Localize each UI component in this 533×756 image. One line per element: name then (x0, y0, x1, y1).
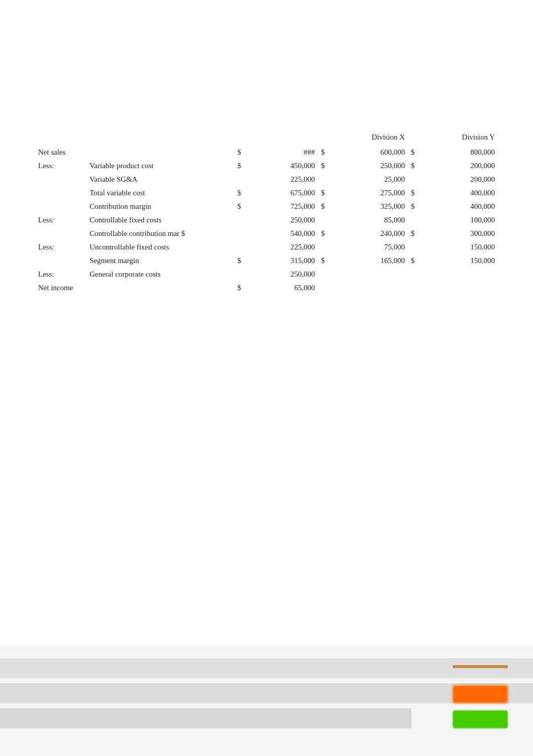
row-divy-variable-sga: 200,000 (408, 173, 498, 186)
table-row-net-income: Net income$65,000 (35, 281, 498, 295)
table-row-controllable-fixed-costs: Less:Controllable fixed costs250,00085,0… (35, 213, 498, 227)
row-divx-total-variable-cost: $275,000 (318, 186, 408, 200)
header-col-divx: Division X (318, 131, 408, 146)
row-label1-segment-margin (35, 254, 86, 268)
row-total-controllable-fixed-costs: 250,000 (234, 213, 318, 227)
row-total-general-corporate-costs: 250,000 (234, 268, 318, 281)
row-label1-total-variable-cost (35, 186, 86, 200)
page-wrapper: Division X Division Y Net sales$###$600,… (0, 0, 533, 756)
row-label1-net-income: Net income (35, 281, 86, 295)
row-divx-controllable-fixed-costs: 85,000 (318, 213, 408, 227)
row-label1-controllable-fixed-costs: Less: (35, 213, 86, 227)
row-label2-contribution-margin: Contribution margin (86, 200, 234, 213)
header-col-label2 (86, 131, 234, 146)
row-label2-total-variable-cost: Total variable cost (86, 186, 234, 200)
table-row-segment-margin: Segment margin$315,000$165,000$150,000 (35, 254, 498, 268)
row-total-segment-margin: $315,000 (234, 254, 318, 268)
row-total-contribution-margin: $725,000 (234, 200, 318, 213)
row-divy-total-variable-cost: $400,000 (408, 186, 498, 200)
row-divx-variable-sga: 25,000 (318, 173, 408, 186)
header-col-divy: Division Y (408, 131, 498, 146)
row-label1-variable-product-cost: Less: (35, 159, 86, 173)
bottom-bar-1 (0, 658, 533, 678)
row-label2-variable-product-cost: Variable product cost (86, 159, 234, 173)
row-total-total-variable-cost: $675,000 (234, 186, 318, 200)
table-row-variable-product-cost: Less:Variable product cost$450,000$250,0… (35, 159, 498, 173)
row-divx-uncontrollable-fixed-costs: 75,000 (318, 240, 408, 254)
table-row-contribution-margin: Contribution margin$725,000$325,000$400,… (35, 200, 498, 213)
row-divx-contribution-margin: $325,000 (318, 200, 408, 213)
row-divy-contribution-margin: $400,000 (408, 200, 498, 213)
row-total-net-sales: $### (234, 146, 318, 159)
row-label1-variable-sga (35, 173, 86, 186)
row-label1-uncontrollable-fixed-costs: Less: (35, 240, 86, 254)
table-body: Net sales$###$600,000$800,000Less:Variab… (35, 146, 498, 295)
bottom-button-green[interactable] (453, 710, 508, 728)
row-total-net-income: $65,000 (234, 281, 318, 295)
bottom-ui-area (0, 646, 533, 756)
row-total-variable-product-cost: $450,000 (234, 159, 318, 173)
row-divy-controllable-fixed-costs: 100,000 (408, 213, 498, 227)
row-label1-contribution-margin (35, 200, 86, 213)
table-header-row: Division X Division Y (35, 131, 498, 146)
row-label2-net-income (86, 281, 234, 295)
row-label2-uncontrollable-fixed-costs: Uncontrollable fixed costs (86, 240, 234, 254)
row-label2-controllable-contribution-margin: Controllable contribution mar $ (86, 227, 234, 240)
row-divx-variable-product-cost: $250,000 (318, 159, 408, 173)
row-label2-segment-margin: Segment margin (86, 254, 234, 268)
financial-table: Division X Division Y Net sales$###$600,… (35, 131, 498, 295)
table-row-total-variable-cost: Total variable cost$675,000$275,000$400,… (35, 186, 498, 200)
row-total-uncontrollable-fixed-costs: 225,000 (234, 240, 318, 254)
row-label1-general-corporate-costs: Less: (35, 268, 86, 281)
row-divx-general-corporate-costs (318, 268, 408, 281)
row-divy-net-income (408, 281, 498, 295)
row-total-controllable-contribution-margin: 540,000 (234, 227, 318, 240)
row-label2-controllable-fixed-costs: Controllable fixed costs (86, 213, 234, 227)
row-label1-net-sales: Net sales (35, 146, 86, 159)
row-divy-controllable-contribution-margin: $300,000 (408, 227, 498, 240)
row-divy-segment-margin: $150,000 (408, 254, 498, 268)
bottom-bar-3 (0, 708, 412, 728)
row-label2-general-corporate-costs: General corporate costs (86, 268, 234, 281)
table-row-general-corporate-costs: Less:General corporate costs250,000 (35, 268, 498, 281)
row-divx-segment-margin: $165,000 (318, 254, 408, 268)
table-row-net-sales: Net sales$###$600,000$800,000 (35, 146, 498, 159)
header-col-label1 (35, 131, 86, 146)
financial-table-section: Division X Division Y Net sales$###$600,… (0, 0, 533, 295)
bottom-button-orange[interactable] (453, 685, 508, 703)
table-row-controllable-contribution-margin: Controllable contribution mar $540,000$2… (35, 227, 498, 240)
row-label1-controllable-contribution-margin (35, 227, 86, 240)
header-col-total (234, 131, 318, 146)
row-divx-net-sales: $600,000 (318, 146, 408, 159)
row-label2-variable-sga: Variable SG&A (86, 173, 234, 186)
row-divx-net-income (318, 281, 408, 295)
row-total-variable-sga: 225,000 (234, 173, 318, 186)
row-divy-general-corporate-costs (408, 268, 498, 281)
row-divy-net-sales: $800,000 (408, 146, 498, 159)
table-row-uncontrollable-fixed-costs: Less:Uncontrollable fixed costs225,00075… (35, 240, 498, 254)
row-divx-controllable-contribution-margin: $240,000 (318, 227, 408, 240)
row-divy-uncontrollable-fixed-costs: 150,000 (408, 240, 498, 254)
row-label2-net-sales (86, 146, 234, 159)
table-row-variable-sga: Variable SG&A225,00025,000200,000 (35, 173, 498, 186)
row-divy-variable-product-cost: $200,000 (408, 159, 498, 173)
